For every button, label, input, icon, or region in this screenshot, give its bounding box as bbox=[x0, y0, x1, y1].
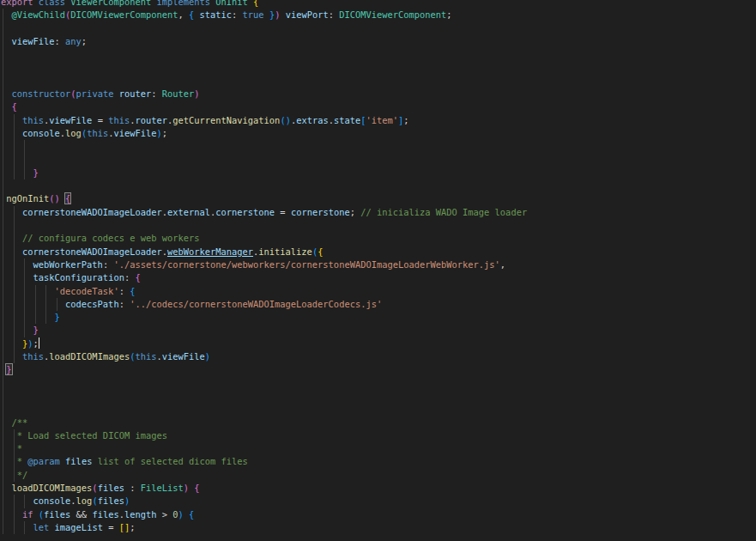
code-token: () bbox=[49, 193, 60, 204]
indent-guide bbox=[3, 48, 3, 61]
code-token: viewFile bbox=[12, 36, 55, 46]
code-token: && bbox=[70, 509, 92, 520]
code-token: cornerstone bbox=[291, 207, 350, 217]
code-token: */ bbox=[17, 470, 28, 480]
code-line bbox=[1, 154, 756, 167]
text-cursor bbox=[39, 337, 40, 349]
code-token: any bbox=[65, 36, 82, 46]
code-line: /** bbox=[1, 416, 756, 429]
code-line: cornerstoneWADOImageLoader.external.corn… bbox=[1, 206, 756, 219]
code-editor[interactable]: export class ViewerComponent implements … bbox=[0, 0, 756, 541]
code-token: loadDICOMImages bbox=[49, 351, 130, 362]
code-line: * Load selected DICOM images bbox=[1, 429, 756, 442]
code-line bbox=[1, 390, 756, 403]
code-token: ( bbox=[92, 495, 97, 506]
code-token: router bbox=[119, 88, 152, 99]
indent-guide bbox=[24, 140, 25, 153]
code-token: { bbox=[318, 246, 323, 257]
code-token: } bbox=[33, 325, 39, 335]
code-token: viewFile bbox=[113, 128, 156, 138]
code-token: : bbox=[103, 259, 114, 270]
code-token: ) bbox=[124, 495, 130, 506]
code-token: * bbox=[17, 443, 22, 453]
code-token bbox=[194, 9, 199, 20]
code-token: } bbox=[55, 312, 60, 322]
code-token: * Load selected DICOM images bbox=[17, 430, 167, 441]
code-token: = bbox=[103, 522, 119, 532]
code-token: : bbox=[151, 88, 162, 99]
indent-guide bbox=[3, 154, 3, 167]
code-token: ( bbox=[70, 88, 76, 99]
code-token: [ bbox=[360, 115, 366, 125]
code-line: taskConfiguration: { bbox=[1, 271, 756, 284]
code-token: this bbox=[22, 115, 44, 125]
code-line: loadDICOMImages(files : FileList) { bbox=[1, 482, 756, 495]
code-token: files bbox=[98, 495, 124, 506]
code-line: { bbox=[1, 100, 756, 113]
code-line bbox=[1, 140, 756, 153]
matched-bracket: } bbox=[6, 364, 11, 374]
code-line: export class ViewerComponent implements … bbox=[1, 0, 756, 9]
code-line: this.viewFile = this.router.getCurrentNa… bbox=[1, 114, 756, 127]
code-token: ; bbox=[162, 128, 167, 138]
code-line: */ bbox=[1, 469, 756, 482]
code-line: constructor(private router: Router) bbox=[1, 88, 756, 100]
code-token: length bbox=[124, 509, 157, 520]
code-token bbox=[49, 522, 54, 532]
code-line bbox=[1, 75, 756, 88]
code-token: export bbox=[1, 0, 33, 7]
code-token: 0 bbox=[172, 509, 178, 520]
code-line: cornerstoneWADOImageLoader.webWorkerMana… bbox=[1, 246, 756, 258]
code-token: list of selected dicom files bbox=[92, 456, 247, 466]
code-token: codecsPath bbox=[65, 299, 119, 309]
code-line: webWorkerPath: './assets/cornerstone/web… bbox=[1, 258, 756, 271]
code-token: Router bbox=[162, 88, 195, 99]
code-token: extras bbox=[296, 115, 329, 125]
code-token: [] bbox=[119, 522, 130, 532]
code-area[interactable]: export class ViewerComponent implements … bbox=[1, 0, 756, 534]
code-token: viewPort bbox=[286, 9, 329, 20]
code-token: loadDICOMImages bbox=[12, 483, 93, 493]
indent-guide bbox=[3, 61, 3, 74]
code-token: constructor bbox=[12, 88, 71, 99]
code-line bbox=[1, 219, 756, 232]
code-line: ngOnInit() { bbox=[1, 192, 756, 205]
matched-bracket: { bbox=[65, 193, 70, 204]
code-token: . bbox=[70, 495, 76, 506]
code-line: }); bbox=[1, 337, 756, 350]
code-token: this bbox=[87, 128, 108, 138]
code-token: { bbox=[130, 286, 135, 296]
code-token: state bbox=[334, 115, 360, 125]
code-line: * bbox=[1, 442, 756, 455]
code-token: '../codecs/cornerstoneWADOImageLoaderCod… bbox=[130, 299, 382, 309]
code-line: @ViewChild(DICOMViewerComponent, { stati… bbox=[1, 9, 756, 21]
code-token bbox=[33, 0, 39, 7]
code-line: codecsPath: '../codecs/cornerstoneWADOIm… bbox=[1, 298, 756, 311]
code-line: } bbox=[1, 324, 756, 337]
code-token: > bbox=[156, 509, 172, 520]
indent-guide bbox=[3, 140, 3, 153]
code-token: ; bbox=[403, 115, 408, 125]
code-token: * bbox=[17, 456, 28, 466]
code-token: 'decodeTask' bbox=[55, 286, 119, 296]
code-token: cornerstoneWADOImageLoader bbox=[22, 207, 162, 217]
code-token bbox=[33, 509, 39, 520]
code-token: @param bbox=[27, 456, 60, 466]
code-token: { bbox=[253, 0, 258, 7]
code-line: * @param files list of selected dicom fi… bbox=[1, 455, 756, 468]
indent-guide bbox=[3, 22, 3, 35]
code-token: ) bbox=[27, 338, 33, 349]
code-token: files bbox=[98, 483, 124, 493]
code-token: ; bbox=[33, 338, 39, 349]
code-token: // configura codecs e web workers bbox=[22, 233, 199, 243]
code-line bbox=[1, 48, 756, 61]
code-token: ; bbox=[350, 207, 361, 217]
code-token: : bbox=[55, 36, 66, 46]
code-token: : bbox=[329, 9, 340, 20]
code-line bbox=[1, 61, 756, 74]
code-token: cornerstoneWADOImageLoader bbox=[22, 246, 162, 257]
indent-guide bbox=[14, 219, 15, 232]
code-token: { bbox=[135, 272, 140, 283]
code-token: log bbox=[65, 128, 82, 138]
code-token: = bbox=[92, 115, 108, 125]
